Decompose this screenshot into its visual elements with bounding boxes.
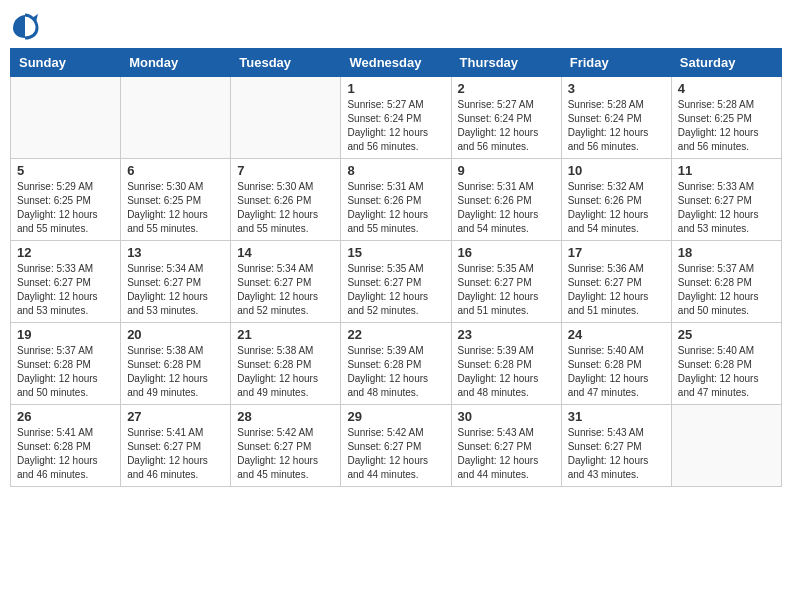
day-info: Sunrise: 5:35 AM Sunset: 6:27 PM Dayligh… xyxy=(458,262,555,318)
day-info: Sunrise: 5:43 AM Sunset: 6:27 PM Dayligh… xyxy=(458,426,555,482)
day-number: 28 xyxy=(237,409,334,424)
day-number: 3 xyxy=(568,81,665,96)
day-number: 2 xyxy=(458,81,555,96)
week-row-3: 12Sunrise: 5:33 AM Sunset: 6:27 PM Dayli… xyxy=(11,241,782,323)
day-info: Sunrise: 5:33 AM Sunset: 6:27 PM Dayligh… xyxy=(678,180,775,236)
day-number: 18 xyxy=(678,245,775,260)
calendar-cell: 16Sunrise: 5:35 AM Sunset: 6:27 PM Dayli… xyxy=(451,241,561,323)
weekday-header-saturday: Saturday xyxy=(671,49,781,77)
day-info: Sunrise: 5:37 AM Sunset: 6:28 PM Dayligh… xyxy=(17,344,114,400)
day-number: 29 xyxy=(347,409,444,424)
logo xyxy=(10,10,42,40)
day-number: 11 xyxy=(678,163,775,178)
weekday-header-friday: Friday xyxy=(561,49,671,77)
calendar-cell: 27Sunrise: 5:41 AM Sunset: 6:27 PM Dayli… xyxy=(121,405,231,487)
day-info: Sunrise: 5:40 AM Sunset: 6:28 PM Dayligh… xyxy=(568,344,665,400)
weekday-header-tuesday: Tuesday xyxy=(231,49,341,77)
calendar-cell: 26Sunrise: 5:41 AM Sunset: 6:28 PM Dayli… xyxy=(11,405,121,487)
day-number: 10 xyxy=(568,163,665,178)
day-info: Sunrise: 5:30 AM Sunset: 6:25 PM Dayligh… xyxy=(127,180,224,236)
day-info: Sunrise: 5:42 AM Sunset: 6:27 PM Dayligh… xyxy=(347,426,444,482)
calendar-cell: 8Sunrise: 5:31 AM Sunset: 6:26 PM Daylig… xyxy=(341,159,451,241)
day-info: Sunrise: 5:38 AM Sunset: 6:28 PM Dayligh… xyxy=(127,344,224,400)
day-number: 16 xyxy=(458,245,555,260)
day-number: 21 xyxy=(237,327,334,342)
calendar-cell xyxy=(11,77,121,159)
calendar-cell: 10Sunrise: 5:32 AM Sunset: 6:26 PM Dayli… xyxy=(561,159,671,241)
day-number: 4 xyxy=(678,81,775,96)
calendar-cell: 17Sunrise: 5:36 AM Sunset: 6:27 PM Dayli… xyxy=(561,241,671,323)
calendar-cell xyxy=(231,77,341,159)
calendar-cell: 4Sunrise: 5:28 AM Sunset: 6:25 PM Daylig… xyxy=(671,77,781,159)
day-info: Sunrise: 5:28 AM Sunset: 6:25 PM Dayligh… xyxy=(678,98,775,154)
day-number: 31 xyxy=(568,409,665,424)
day-number: 30 xyxy=(458,409,555,424)
day-info: Sunrise: 5:29 AM Sunset: 6:25 PM Dayligh… xyxy=(17,180,114,236)
day-number: 9 xyxy=(458,163,555,178)
day-info: Sunrise: 5:27 AM Sunset: 6:24 PM Dayligh… xyxy=(458,98,555,154)
day-number: 12 xyxy=(17,245,114,260)
day-number: 20 xyxy=(127,327,224,342)
calendar-cell: 31Sunrise: 5:43 AM Sunset: 6:27 PM Dayli… xyxy=(561,405,671,487)
calendar-cell: 7Sunrise: 5:30 AM Sunset: 6:26 PM Daylig… xyxy=(231,159,341,241)
day-info: Sunrise: 5:38 AM Sunset: 6:28 PM Dayligh… xyxy=(237,344,334,400)
day-number: 25 xyxy=(678,327,775,342)
calendar-cell: 20Sunrise: 5:38 AM Sunset: 6:28 PM Dayli… xyxy=(121,323,231,405)
calendar-cell: 24Sunrise: 5:40 AM Sunset: 6:28 PM Dayli… xyxy=(561,323,671,405)
calendar-cell: 15Sunrise: 5:35 AM Sunset: 6:27 PM Dayli… xyxy=(341,241,451,323)
day-info: Sunrise: 5:34 AM Sunset: 6:27 PM Dayligh… xyxy=(237,262,334,318)
weekday-header-wednesday: Wednesday xyxy=(341,49,451,77)
day-info: Sunrise: 5:40 AM Sunset: 6:28 PM Dayligh… xyxy=(678,344,775,400)
day-info: Sunrise: 5:42 AM Sunset: 6:27 PM Dayligh… xyxy=(237,426,334,482)
week-row-5: 26Sunrise: 5:41 AM Sunset: 6:28 PM Dayli… xyxy=(11,405,782,487)
weekday-header-row: SundayMondayTuesdayWednesdayThursdayFrid… xyxy=(11,49,782,77)
logo-icon xyxy=(10,10,40,40)
calendar-cell: 22Sunrise: 5:39 AM Sunset: 6:28 PM Dayli… xyxy=(341,323,451,405)
day-number: 15 xyxy=(347,245,444,260)
calendar-cell: 5Sunrise: 5:29 AM Sunset: 6:25 PM Daylig… xyxy=(11,159,121,241)
calendar-cell: 1Sunrise: 5:27 AM Sunset: 6:24 PM Daylig… xyxy=(341,77,451,159)
weekday-header-thursday: Thursday xyxy=(451,49,561,77)
calendar-cell: 12Sunrise: 5:33 AM Sunset: 6:27 PM Dayli… xyxy=(11,241,121,323)
calendar-cell: 23Sunrise: 5:39 AM Sunset: 6:28 PM Dayli… xyxy=(451,323,561,405)
calendar-cell: 21Sunrise: 5:38 AM Sunset: 6:28 PM Dayli… xyxy=(231,323,341,405)
day-info: Sunrise: 5:41 AM Sunset: 6:28 PM Dayligh… xyxy=(17,426,114,482)
day-info: Sunrise: 5:41 AM Sunset: 6:27 PM Dayligh… xyxy=(127,426,224,482)
weekday-header-sunday: Sunday xyxy=(11,49,121,77)
day-info: Sunrise: 5:39 AM Sunset: 6:28 PM Dayligh… xyxy=(458,344,555,400)
day-info: Sunrise: 5:35 AM Sunset: 6:27 PM Dayligh… xyxy=(347,262,444,318)
calendar-cell xyxy=(671,405,781,487)
calendar-table: SundayMondayTuesdayWednesdayThursdayFrid… xyxy=(10,48,782,487)
day-info: Sunrise: 5:43 AM Sunset: 6:27 PM Dayligh… xyxy=(568,426,665,482)
day-info: Sunrise: 5:32 AM Sunset: 6:26 PM Dayligh… xyxy=(568,180,665,236)
calendar-cell: 28Sunrise: 5:42 AM Sunset: 6:27 PM Dayli… xyxy=(231,405,341,487)
day-info: Sunrise: 5:27 AM Sunset: 6:24 PM Dayligh… xyxy=(347,98,444,154)
day-number: 8 xyxy=(347,163,444,178)
day-number: 23 xyxy=(458,327,555,342)
day-info: Sunrise: 5:33 AM Sunset: 6:27 PM Dayligh… xyxy=(17,262,114,318)
calendar-cell xyxy=(121,77,231,159)
day-number: 13 xyxy=(127,245,224,260)
day-number: 17 xyxy=(568,245,665,260)
calendar-cell: 9Sunrise: 5:31 AM Sunset: 6:26 PM Daylig… xyxy=(451,159,561,241)
week-row-1: 1Sunrise: 5:27 AM Sunset: 6:24 PM Daylig… xyxy=(11,77,782,159)
page-header xyxy=(10,10,782,40)
day-info: Sunrise: 5:34 AM Sunset: 6:27 PM Dayligh… xyxy=(127,262,224,318)
day-number: 27 xyxy=(127,409,224,424)
day-number: 22 xyxy=(347,327,444,342)
day-info: Sunrise: 5:36 AM Sunset: 6:27 PM Dayligh… xyxy=(568,262,665,318)
calendar-cell: 19Sunrise: 5:37 AM Sunset: 6:28 PM Dayli… xyxy=(11,323,121,405)
day-info: Sunrise: 5:31 AM Sunset: 6:26 PM Dayligh… xyxy=(458,180,555,236)
day-info: Sunrise: 5:31 AM Sunset: 6:26 PM Dayligh… xyxy=(347,180,444,236)
day-number: 1 xyxy=(347,81,444,96)
day-number: 6 xyxy=(127,163,224,178)
day-info: Sunrise: 5:30 AM Sunset: 6:26 PM Dayligh… xyxy=(237,180,334,236)
calendar-cell: 3Sunrise: 5:28 AM Sunset: 6:24 PM Daylig… xyxy=(561,77,671,159)
week-row-2: 5Sunrise: 5:29 AM Sunset: 6:25 PM Daylig… xyxy=(11,159,782,241)
calendar-cell: 25Sunrise: 5:40 AM Sunset: 6:28 PM Dayli… xyxy=(671,323,781,405)
day-number: 26 xyxy=(17,409,114,424)
day-number: 19 xyxy=(17,327,114,342)
calendar-cell: 2Sunrise: 5:27 AM Sunset: 6:24 PM Daylig… xyxy=(451,77,561,159)
day-info: Sunrise: 5:28 AM Sunset: 6:24 PM Dayligh… xyxy=(568,98,665,154)
day-number: 14 xyxy=(237,245,334,260)
